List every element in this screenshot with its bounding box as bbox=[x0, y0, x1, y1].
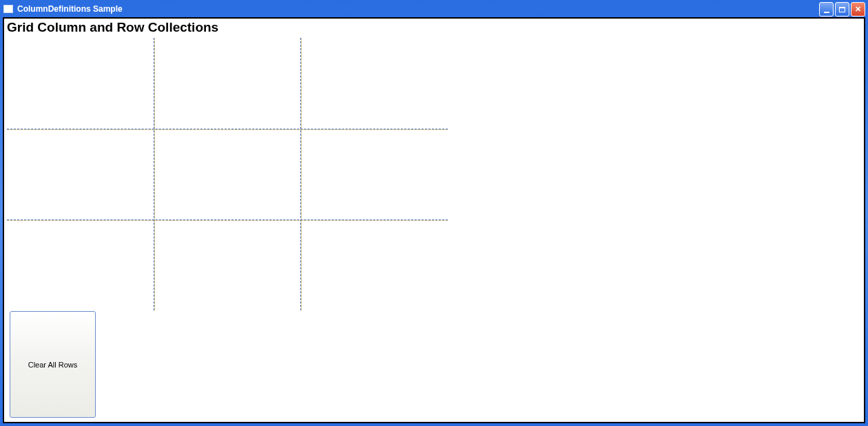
client-area: Grid Column and Row Collections Clear Al… bbox=[3, 17, 865, 423]
app-icon bbox=[3, 5, 13, 13]
clear-all-rows-label: Clear All Rows bbox=[28, 361, 78, 369]
window-title: ColumnDefinitions Sample bbox=[17, 4, 123, 14]
app-window: ColumnDefinitions Sample Grid Column and… bbox=[0, 0, 868, 426]
maximize-button[interactable] bbox=[835, 2, 849, 17]
grid-demo bbox=[7, 38, 448, 310]
window-controls bbox=[819, 2, 865, 17]
grid-row-divider bbox=[7, 220, 448, 220]
close-button[interactable] bbox=[851, 2, 865, 17]
grid-column-divider bbox=[300, 38, 301, 310]
grid-column-divider bbox=[154, 38, 154, 310]
grid-row-divider bbox=[7, 129, 448, 129]
minimize-button[interactable] bbox=[819, 2, 834, 17]
page-title: Grid Column and Row Collections bbox=[7, 20, 864, 35]
clear-all-rows-button[interactable]: Clear All Rows bbox=[10, 311, 96, 418]
titlebar[interactable]: ColumnDefinitions Sample bbox=[0, 0, 868, 17]
